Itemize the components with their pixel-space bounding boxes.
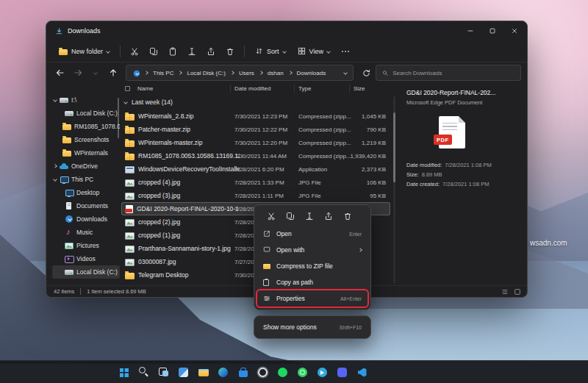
breadcrumb-separator-icon bbox=[144, 71, 148, 75]
folder-icon bbox=[62, 151, 71, 157]
context-item-copy-as-path[interactable]: Copy as path bbox=[257, 274, 368, 290]
column-header-date[interactable]: Date modified bbox=[234, 85, 270, 92]
sidebar-item-onedrive[interactable]: OneDrive bbox=[52, 160, 120, 173]
large-icons-view-icon[interactable] bbox=[514, 288, 521, 296]
file-row[interactable]: RM1085_1078.0053.10586.13169.12742...7/3… bbox=[121, 149, 390, 162]
microsoft-store-icon[interactable] bbox=[234, 363, 252, 382]
context-item-properties[interactable]: Properties Alt+Enter bbox=[257, 290, 368, 307]
copy-icon[interactable] bbox=[286, 212, 295, 221]
address-dropdown-icon[interactable] bbox=[343, 71, 348, 75]
column-divider[interactable] bbox=[230, 85, 231, 93]
spotify-icon[interactable] bbox=[273, 363, 292, 382]
file-row[interactable]: WPinternals-master.zip7/30/2021 12:20 PM… bbox=[121, 136, 390, 149]
up-button[interactable] bbox=[105, 65, 121, 81]
cut-button[interactable] bbox=[126, 43, 143, 60]
select-all-checkbox[interactable] bbox=[125, 86, 130, 91]
context-item-compress-zip[interactable]: Compress to ZIP file bbox=[257, 258, 368, 274]
column-divider[interactable] bbox=[349, 85, 350, 93]
delete-icon[interactable] bbox=[343, 212, 352, 221]
downloads-folder-icon bbox=[133, 69, 140, 76]
breadcrumb-item-this-pc[interactable]: This PC bbox=[151, 69, 175, 77]
sidebar-item-this-pc[interactable]: This PC bbox=[52, 173, 120, 186]
sidebar-scrollbar[interactable] bbox=[118, 98, 119, 138]
rename-button[interactable] bbox=[183, 43, 201, 60]
forward-button[interactable] bbox=[70, 65, 86, 81]
more-options-button[interactable] bbox=[337, 43, 354, 60]
jpg-file-icon bbox=[125, 219, 135, 226]
settings-gear-icon[interactable] bbox=[254, 363, 272, 382]
breadcrumb-item-users[interactable]: Users bbox=[237, 69, 256, 77]
sidebar-item-local-disk-c[interactable]: Local Disk (C:) bbox=[52, 107, 120, 120]
file-row[interactable]: WPinternals_2.8.zip7/30/2021 12:23 PMCom… bbox=[121, 110, 390, 123]
widgets-icon[interactable] bbox=[174, 363, 193, 382]
telegram-icon[interactable] bbox=[313, 363, 331, 382]
sidebar-item-videos[interactable]: Videos bbox=[52, 252, 120, 265]
column-header-size[interactable]: Size bbox=[354, 85, 365, 92]
minimize-button[interactable] bbox=[459, 21, 481, 40]
window-controls bbox=[459, 21, 526, 40]
recent-locations-button[interactable] bbox=[87, 65, 104, 81]
sidebar-item-music[interactable]: Music bbox=[52, 226, 120, 239]
sort-button[interactable]: Sort bbox=[250, 44, 291, 58]
vscode-icon[interactable] bbox=[353, 363, 371, 382]
maximize-button[interactable] bbox=[481, 21, 503, 40]
breadcrumb-item-downloads[interactable]: Downloads bbox=[295, 69, 328, 77]
breadcrumb[interactable]: This PC Local Disk (C:) Users dshan Down… bbox=[126, 65, 354, 81]
toolbar-divider bbox=[244, 46, 245, 57]
close-button[interactable] bbox=[503, 21, 526, 40]
titlebar[interactable]: Downloads bbox=[46, 21, 527, 40]
paste-button[interactable] bbox=[164, 43, 182, 60]
share-icon[interactable] bbox=[324, 212, 333, 221]
file-row[interactable]: WindowsDeviceRecoveryToolInstaller (...7… bbox=[121, 162, 390, 176]
column-header-name[interactable]: Name bbox=[137, 85, 153, 92]
breadcrumb-item-dshan[interactable]: dshan bbox=[266, 69, 285, 77]
application-file-icon bbox=[125, 166, 135, 173]
context-item-show-more-options[interactable]: Show more options Shift+F10 bbox=[257, 319, 368, 335]
sidebar-item-wpinternals[interactable]: WPinternals bbox=[52, 146, 120, 160]
group-header-last-week[interactable]: Last week (14) bbox=[124, 96, 173, 108]
new-folder-button[interactable]: New folder bbox=[54, 45, 115, 58]
edge-browser-icon[interactable] bbox=[214, 363, 232, 382]
view-button[interactable]: View bbox=[293, 44, 335, 58]
page-text-lines bbox=[442, 123, 457, 131]
context-item-open[interactable]: Open Enter bbox=[257, 226, 368, 242]
desktop-icon bbox=[65, 189, 74, 197]
refresh-button[interactable] bbox=[358, 65, 374, 81]
videos-icon bbox=[65, 255, 74, 263]
rename-icon[interactable] bbox=[305, 212, 314, 221]
sidebar-item-i-drive[interactable]: I:\ bbox=[52, 93, 120, 107]
cut-icon[interactable] bbox=[267, 212, 276, 221]
taskbar-search-icon[interactable] bbox=[135, 363, 153, 382]
sidebar-item-desktop[interactable]: Desktop bbox=[52, 186, 120, 199]
back-button[interactable] bbox=[52, 65, 68, 81]
search-box[interactable] bbox=[376, 65, 521, 81]
file-row[interactable]: cropped (3).jpg7/28/2021 1:11 PMJPG File… bbox=[121, 189, 390, 202]
file-list-scrollbar-thumb[interactable] bbox=[393, 112, 395, 182]
start-button-icon[interactable] bbox=[115, 363, 133, 382]
search-input[interactable] bbox=[392, 70, 514, 76]
pdf-preview-icon: PDF bbox=[439, 116, 465, 148]
breadcrumb-item-local-disk[interactable]: Local Disk (C:) bbox=[185, 69, 226, 77]
context-item-open-with[interactable]: Open with bbox=[257, 242, 368, 258]
zip-file-icon bbox=[125, 127, 135, 134]
sidebar-item-screenshots[interactable]: Screenshots bbox=[52, 133, 120, 146]
sidebar-item-pictures[interactable]: Pictures bbox=[52, 239, 120, 252]
task-view-icon[interactable] bbox=[154, 363, 173, 382]
whatsapp-icon[interactable] bbox=[293, 363, 312, 382]
sidebar-item-local-disk-c-2[interactable]: Local Disk (C:) bbox=[52, 265, 120, 279]
sidebar-item-downloads[interactable]: Downloads bbox=[52, 212, 120, 226]
column-header-type[interactable]: Type bbox=[298, 85, 311, 92]
chevron-down-icon bbox=[53, 98, 57, 102]
file-row[interactable]: cropped (4).jpg7/28/2021 1:33 PMJPG File… bbox=[121, 176, 390, 189]
details-view-icon[interactable] bbox=[501, 288, 509, 296]
discord-icon[interactable] bbox=[333, 363, 351, 382]
copy-button[interactable] bbox=[145, 43, 162, 60]
sidebar-item-documents[interactable]: Documents bbox=[52, 199, 120, 212]
delete-button[interactable] bbox=[221, 43, 239, 60]
share-button[interactable] bbox=[202, 43, 220, 60]
column-divider[interactable] bbox=[294, 85, 295, 93]
sidebar-item-rm1085[interactable]: RM1085_1078.0... bbox=[52, 120, 120, 133]
drive-icon bbox=[65, 110, 74, 118]
file-explorer-icon[interactable] bbox=[194, 363, 212, 382]
file-row[interactable]: Patcher-master.zip7/30/2021 12:22 PMComp… bbox=[121, 123, 390, 136]
